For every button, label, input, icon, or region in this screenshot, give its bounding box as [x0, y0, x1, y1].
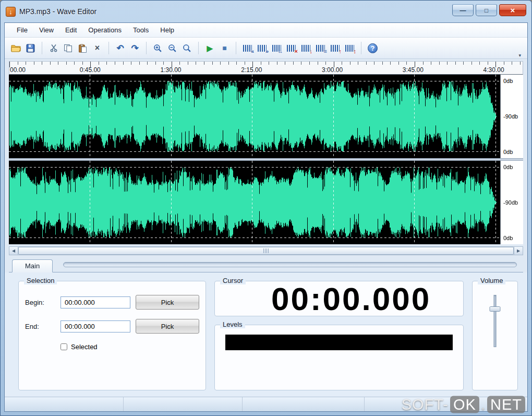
scroll-left-icon: ◀	[12, 248, 15, 253]
cursor-group: Cursor 00:00.000	[214, 281, 464, 316]
cursor-group-title: Cursor	[220, 277, 246, 284]
wave-fade-out-button[interactable]: ↕	[343, 41, 357, 55]
toolbar-separator	[146, 42, 147, 54]
undo-icon: ↶	[116, 43, 124, 54]
db-label: 0db	[503, 78, 523, 84]
zoom-out-icon	[168, 44, 177, 53]
end-input[interactable]	[61, 320, 130, 332]
tab-main[interactable]: Main	[12, 259, 53, 272]
undo-button[interactable]: ↶	[113, 41, 127, 55]
help-button[interactable]: ?	[366, 41, 380, 55]
wave-select-start-icon: «	[243, 45, 252, 52]
waveform-right-canvas[interactable]	[9, 161, 500, 244]
menu-edit[interactable]: Edit	[59, 23, 82, 37]
statusbar-cell	[5, 397, 124, 411]
db-label: 0db	[503, 149, 523, 155]
cursor-time-display: 00:00.000	[215, 281, 431, 316]
ruler-tick-label: 3:00.00	[322, 66, 343, 74]
site-watermark: SOFT- OK . NET	[402, 396, 525, 413]
window-controls: — □ ×	[452, 4, 526, 16]
open-folder-icon	[11, 44, 21, 52]
zoom-in-icon	[153, 44, 162, 53]
close-icon: ×	[511, 6, 515, 15]
ruler-tick-label: 3:45.00	[403, 66, 424, 74]
cut-button[interactable]	[46, 41, 61, 55]
wave-select-end-icon: »	[258, 45, 267, 52]
channel-right: 0db -90db 0db	[9, 161, 523, 244]
close-button[interactable]: ×	[499, 4, 526, 16]
position-slider[interactable]	[63, 262, 517, 267]
pick-end-button[interactable]: Pick	[136, 319, 199, 334]
main-tab-panel: Selection Begin: Pick End: Pick Selected	[5, 272, 527, 397]
waveform-left-canvas[interactable]	[9, 75, 500, 158]
toolbar: × ↶ ↷ ▶ ■	[5, 38, 527, 59]
stop-button[interactable]: ■	[217, 41, 232, 55]
redo-button[interactable]: ↷	[128, 41, 142, 55]
tab-bar: Main	[9, 258, 523, 272]
watermark-dot: .	[481, 396, 486, 413]
wave-delete-icon: ×	[287, 45, 296, 52]
wave-silence-icon: ≡	[316, 45, 325, 52]
volume-group-title: Volume	[478, 277, 505, 284]
wave-silence-button[interactable]: ≡	[313, 41, 328, 55]
end-label: End:	[25, 323, 55, 330]
toolbar-separator	[198, 42, 199, 54]
selected-checkbox-row: Selected	[61, 343, 199, 351]
wave-delete-button[interactable]: ×	[284, 41, 298, 55]
copy-icon	[64, 44, 72, 53]
levels-group: Levels	[214, 325, 464, 390]
wave-select-start-button[interactable]: «	[240, 41, 255, 55]
play-button[interactable]: ▶	[203, 41, 217, 55]
open-button[interactable]	[9, 41, 23, 55]
zoom-selection-icon	[183, 44, 191, 53]
titlebar[interactable]: ↓ MP3.mp3 - Wave Editor — □ ×	[4, 1, 528, 22]
wave-select-all-button[interactable]: ↔	[270, 41, 284, 55]
scroll-right-button[interactable]: ▶	[514, 247, 523, 255]
stop-icon: ■	[222, 44, 226, 52]
scrollbar-grip	[263, 248, 269, 253]
delete-button[interactable]: ×	[90, 41, 104, 55]
zoom-in-button[interactable]	[151, 41, 165, 55]
app-window: ↓ MP3.mp3 - Wave Editor — □ × File View …	[0, 0, 532, 416]
level-meter	[225, 335, 453, 350]
wave-fade-in-icon: ↑	[331, 45, 340, 52]
menu-operations[interactable]: Operations	[82, 23, 127, 37]
volume-slider-thumb[interactable]	[490, 306, 501, 312]
volume-slider-track[interactable]	[494, 295, 497, 347]
ruler-tick-label: 4:30.00	[483, 66, 504, 74]
toolbar-separator	[42, 42, 42, 54]
zoom-out-button[interactable]	[165, 41, 179, 55]
db-scale-left: 0db -90db 0db	[500, 75, 523, 158]
pick-begin-button[interactable]: Pick	[136, 295, 199, 310]
window-title: MP3.mp3 - Wave Editor	[19, 7, 96, 16]
scrollbar-thumb[interactable]	[18, 247, 514, 255]
menu-file[interactable]: File	[11, 23, 33, 37]
time-ruler[interactable]: 00.00 0:45.00 1:30.00 2:15.00 3:00.00 3:…	[9, 61, 523, 75]
paste-clipboard-icon	[78, 44, 87, 53]
statusbar: SOFT- OK . NET	[5, 397, 527, 411]
volume-group: Volume	[472, 281, 518, 390]
save-button[interactable]	[23, 41, 38, 55]
paste-button[interactable]	[76, 41, 90, 55]
maximize-button[interactable]: □	[476, 4, 497, 16]
levels-group-title: Levels	[220, 320, 245, 328]
begin-input[interactable]	[61, 296, 130, 308]
selection-group: Selection Begin: Pick End: Pick Selected	[18, 281, 206, 390]
menu-view[interactable]: View	[33, 23, 59, 37]
copy-button[interactable]	[61, 41, 75, 55]
minimize-button[interactable]: —	[452, 4, 474, 16]
menu-help[interactable]: Help	[154, 23, 180, 37]
scroll-left-button[interactable]: ◀	[9, 247, 18, 255]
selected-checkbox[interactable]	[61, 343, 67, 350]
ruler-tick-label: 0:45.00	[80, 66, 101, 74]
menu-tools[interactable]: Tools	[127, 23, 154, 37]
scroll-right-icon: ▶	[517, 248, 520, 253]
wave-crop-button[interactable]: ↓	[299, 41, 313, 55]
horizontal-scrollbar[interactable]: ◀ ▶	[9, 246, 523, 255]
wave-select-all-icon: ↔	[272, 45, 281, 52]
zoom-selection-button[interactable]	[180, 41, 194, 55]
wave-fade-in-button[interactable]: ↑	[328, 41, 342, 55]
scissors-icon	[50, 44, 58, 52]
toolbar-overflow-chevron[interactable]: ▾	[516, 52, 523, 58]
wave-select-end-button[interactable]: »	[255, 41, 269, 55]
